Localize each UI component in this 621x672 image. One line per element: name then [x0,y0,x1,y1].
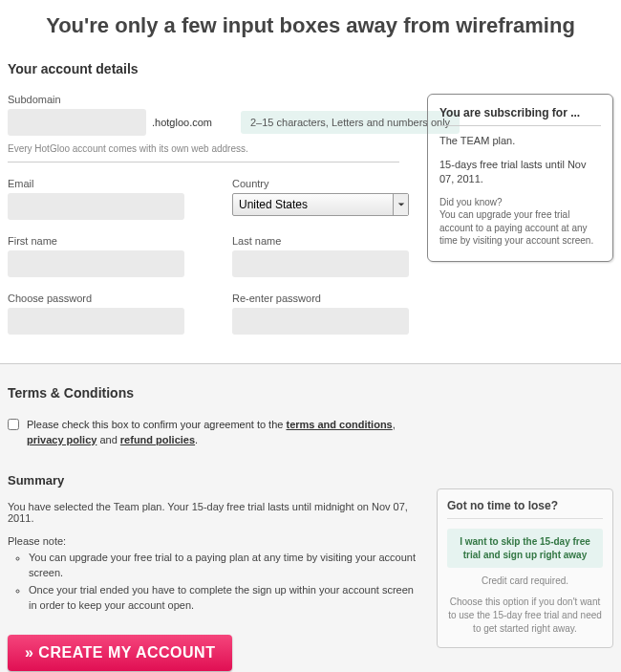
skip-description: Choose this option if you don't want to … [447,596,603,636]
email-input[interactable] [8,193,184,220]
bottom-section: Terms & Conditions Please check this box… [0,363,621,672]
didyouknow-text: You can upgrade your free trial account … [439,208,601,248]
password-input[interactable] [8,308,184,335]
privacy-link[interactable]: privacy policy [27,434,96,445]
cc-required-text: Credit card required. [447,575,603,586]
country-select[interactable]: United States [232,193,409,216]
skip-title: Got no time to lose? [447,499,603,519]
note-item: You can upgrade your free trial to a pay… [29,551,418,581]
firstname-label: First name [8,235,184,247]
subdomain-input[interactable] [8,109,146,136]
subscribe-title: You are subscribing for ... [439,106,601,126]
terms-checkbox[interactable] [8,419,19,430]
lastname-input[interactable] [232,250,409,277]
account-details-section: Your account details Subdomain .hotgloo.… [0,61,621,363]
terms-title: Terms & Conditions [8,385,613,401]
subdomain-helper-text: Every HotGloo account comes with its own… [8,143,399,163]
password-label: Choose password [8,293,184,304]
country-label: Country [232,178,409,189]
terms-text: Please check this box to confirm your ag… [27,418,409,448]
subscribe-plan: The TEAM plan. [439,134,601,148]
firstname-input[interactable] [8,250,184,277]
summary-title: Summary [8,473,613,488]
note-list: You can upgrade your free trial to a pay… [8,551,418,614]
account-section-title: Your account details [8,61,613,76]
skip-box: Got no time to lose? I want to skip the … [437,488,613,648]
subdomain-suffix: .hotgloo.com [152,117,212,128]
subscribe-info-box: You are subscribing for ... The TEAM pla… [427,94,613,262]
create-account-button[interactable]: » CREATE MY ACCOUNT [8,635,232,671]
lastname-label: Last name [232,235,409,247]
terms-link[interactable]: terms and conditions [286,419,392,430]
page-title: You're only a few input boxes away from … [0,0,621,61]
didyouknow-label: Did you know? [439,196,601,209]
note-item: Once your trial ended you have to comple… [29,583,418,614]
summary-line: You have selected the Team plan. Your 15… [8,501,409,524]
email-label: Email [8,178,184,189]
refund-link[interactable]: refund policies [120,434,195,445]
repassword-label: Re-enter password [232,293,409,304]
skip-trial-button[interactable]: I want to skip the 15-day free trial and… [447,529,603,568]
repassword-input[interactable] [232,308,409,335]
subscribe-trial: 15-days free trial lasts until Nov 07, 2… [439,158,601,186]
